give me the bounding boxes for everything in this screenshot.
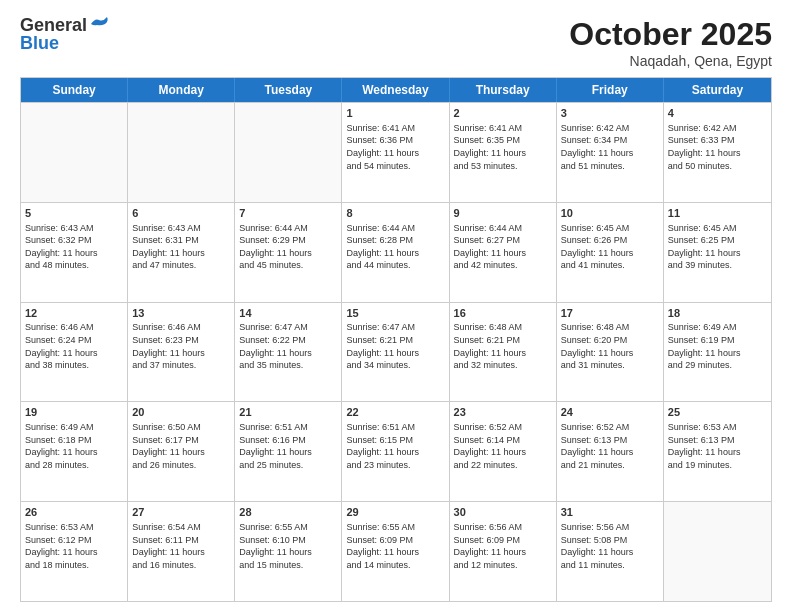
day-info: Sunrise: 6:42 AM Sunset: 6:33 PM Dayligh… — [668, 122, 767, 172]
day-info: Sunrise: 6:50 AM Sunset: 6:17 PM Dayligh… — [132, 421, 230, 471]
calendar-day-14[interactable]: 14Sunrise: 6:47 AM Sunset: 6:22 PM Dayli… — [235, 303, 342, 402]
day-number: 16 — [454, 306, 552, 321]
calendar-day-23[interactable]: 23Sunrise: 6:52 AM Sunset: 6:14 PM Dayli… — [450, 402, 557, 501]
calendar-empty-cell — [21, 103, 128, 202]
calendar-day-24[interactable]: 24Sunrise: 6:52 AM Sunset: 6:13 PM Dayli… — [557, 402, 664, 501]
day-number: 11 — [668, 206, 767, 221]
day-number: 25 — [668, 405, 767, 420]
day-number: 29 — [346, 505, 444, 520]
calendar-body: 1Sunrise: 6:41 AM Sunset: 6:36 PM Daylig… — [21, 102, 771, 601]
calendar-day-21[interactable]: 21Sunrise: 6:51 AM Sunset: 6:16 PM Dayli… — [235, 402, 342, 501]
calendar-day-31[interactable]: 31Sunrise: 5:56 AM Sunset: 5:08 PM Dayli… — [557, 502, 664, 601]
day-info: Sunrise: 6:44 AM Sunset: 6:29 PM Dayligh… — [239, 222, 337, 272]
weekday-header-tuesday: Tuesday — [235, 78, 342, 102]
calendar-day-29[interactable]: 29Sunrise: 6:55 AM Sunset: 6:09 PM Dayli… — [342, 502, 449, 601]
calendar-row-5: 26Sunrise: 6:53 AM Sunset: 6:12 PM Dayli… — [21, 501, 771, 601]
day-number: 10 — [561, 206, 659, 221]
day-number: 2 — [454, 106, 552, 121]
calendar-day-17[interactable]: 17Sunrise: 6:48 AM Sunset: 6:20 PM Dayli… — [557, 303, 664, 402]
day-number: 23 — [454, 405, 552, 420]
month-title: October 2025 — [569, 16, 772, 53]
day-info: Sunrise: 6:44 AM Sunset: 6:27 PM Dayligh… — [454, 222, 552, 272]
day-info: Sunrise: 6:49 AM Sunset: 6:19 PM Dayligh… — [668, 321, 767, 371]
calendar-day-26[interactable]: 26Sunrise: 6:53 AM Sunset: 6:12 PM Dayli… — [21, 502, 128, 601]
day-number: 19 — [25, 405, 123, 420]
day-info: Sunrise: 6:55 AM Sunset: 6:10 PM Dayligh… — [239, 521, 337, 571]
calendar-day-9[interactable]: 9Sunrise: 6:44 AM Sunset: 6:27 PM Daylig… — [450, 203, 557, 302]
day-info: Sunrise: 6:45 AM Sunset: 6:26 PM Dayligh… — [561, 222, 659, 272]
day-number: 27 — [132, 505, 230, 520]
day-info: Sunrise: 6:51 AM Sunset: 6:15 PM Dayligh… — [346, 421, 444, 471]
calendar-day-3[interactable]: 3Sunrise: 6:42 AM Sunset: 6:34 PM Daylig… — [557, 103, 664, 202]
calendar-row-1: 1Sunrise: 6:41 AM Sunset: 6:36 PM Daylig… — [21, 102, 771, 202]
location-subtitle: Naqadah, Qena, Egypt — [569, 53, 772, 69]
day-number: 22 — [346, 405, 444, 420]
day-number: 31 — [561, 505, 659, 520]
calendar-empty-cell — [235, 103, 342, 202]
calendar-day-10[interactable]: 10Sunrise: 6:45 AM Sunset: 6:26 PM Dayli… — [557, 203, 664, 302]
day-info: Sunrise: 6:48 AM Sunset: 6:21 PM Dayligh… — [454, 321, 552, 371]
calendar-row-2: 5Sunrise: 6:43 AM Sunset: 6:32 PM Daylig… — [21, 202, 771, 302]
weekday-header-friday: Friday — [557, 78, 664, 102]
header: General Blue October 2025 Naqadah, Qena,… — [20, 16, 772, 69]
day-info: Sunrise: 5:56 AM Sunset: 5:08 PM Dayligh… — [561, 521, 659, 571]
calendar-day-28[interactable]: 28Sunrise: 6:55 AM Sunset: 6:10 PM Dayli… — [235, 502, 342, 601]
calendar-day-2[interactable]: 2Sunrise: 6:41 AM Sunset: 6:35 PM Daylig… — [450, 103, 557, 202]
calendar: SundayMondayTuesdayWednesdayThursdayFrid… — [20, 77, 772, 602]
day-info: Sunrise: 6:45 AM Sunset: 6:25 PM Dayligh… — [668, 222, 767, 272]
page: General Blue October 2025 Naqadah, Qena,… — [0, 0, 792, 612]
calendar-day-5[interactable]: 5Sunrise: 6:43 AM Sunset: 6:32 PM Daylig… — [21, 203, 128, 302]
calendar-day-25[interactable]: 25Sunrise: 6:53 AM Sunset: 6:13 PM Dayli… — [664, 402, 771, 501]
day-info: Sunrise: 6:55 AM Sunset: 6:09 PM Dayligh… — [346, 521, 444, 571]
calendar-day-4[interactable]: 4Sunrise: 6:42 AM Sunset: 6:33 PM Daylig… — [664, 103, 771, 202]
day-info: Sunrise: 6:47 AM Sunset: 6:21 PM Dayligh… — [346, 321, 444, 371]
day-info: Sunrise: 6:43 AM Sunset: 6:31 PM Dayligh… — [132, 222, 230, 272]
day-number: 14 — [239, 306, 337, 321]
day-number: 4 — [668, 106, 767, 121]
weekday-header-wednesday: Wednesday — [342, 78, 449, 102]
day-number: 30 — [454, 505, 552, 520]
day-number: 18 — [668, 306, 767, 321]
calendar-day-20[interactable]: 20Sunrise: 6:50 AM Sunset: 6:17 PM Dayli… — [128, 402, 235, 501]
calendar-day-27[interactable]: 27Sunrise: 6:54 AM Sunset: 6:11 PM Dayli… — [128, 502, 235, 601]
day-info: Sunrise: 6:41 AM Sunset: 6:36 PM Dayligh… — [346, 122, 444, 172]
day-number: 12 — [25, 306, 123, 321]
calendar-empty-cell — [664, 502, 771, 601]
calendar-day-16[interactable]: 16Sunrise: 6:48 AM Sunset: 6:21 PM Dayli… — [450, 303, 557, 402]
calendar-day-1[interactable]: 1Sunrise: 6:41 AM Sunset: 6:36 PM Daylig… — [342, 103, 449, 202]
calendar-day-13[interactable]: 13Sunrise: 6:46 AM Sunset: 6:23 PM Dayli… — [128, 303, 235, 402]
calendar-day-7[interactable]: 7Sunrise: 6:44 AM Sunset: 6:29 PM Daylig… — [235, 203, 342, 302]
bird-icon — [89, 16, 111, 32]
day-number: 21 — [239, 405, 337, 420]
calendar-day-18[interactable]: 18Sunrise: 6:49 AM Sunset: 6:19 PM Dayli… — [664, 303, 771, 402]
calendar-day-8[interactable]: 8Sunrise: 6:44 AM Sunset: 6:28 PM Daylig… — [342, 203, 449, 302]
day-number: 15 — [346, 306, 444, 321]
day-number: 5 — [25, 206, 123, 221]
calendar-day-6[interactable]: 6Sunrise: 6:43 AM Sunset: 6:31 PM Daylig… — [128, 203, 235, 302]
weekday-header-thursday: Thursday — [450, 78, 557, 102]
calendar-day-19[interactable]: 19Sunrise: 6:49 AM Sunset: 6:18 PM Dayli… — [21, 402, 128, 501]
calendar-day-15[interactable]: 15Sunrise: 6:47 AM Sunset: 6:21 PM Dayli… — [342, 303, 449, 402]
logo-blue: Blue — [20, 34, 59, 54]
calendar-day-11[interactable]: 11Sunrise: 6:45 AM Sunset: 6:25 PM Dayli… — [664, 203, 771, 302]
day-info: Sunrise: 6:52 AM Sunset: 6:14 PM Dayligh… — [454, 421, 552, 471]
day-info: Sunrise: 6:41 AM Sunset: 6:35 PM Dayligh… — [454, 122, 552, 172]
calendar-row-3: 12Sunrise: 6:46 AM Sunset: 6:24 PM Dayli… — [21, 302, 771, 402]
day-info: Sunrise: 6:47 AM Sunset: 6:22 PM Dayligh… — [239, 321, 337, 371]
day-info: Sunrise: 6:44 AM Sunset: 6:28 PM Dayligh… — [346, 222, 444, 272]
weekday-header-monday: Monday — [128, 78, 235, 102]
calendar-empty-cell — [128, 103, 235, 202]
day-number: 7 — [239, 206, 337, 221]
calendar-header: SundayMondayTuesdayWednesdayThursdayFrid… — [21, 78, 771, 102]
day-info: Sunrise: 6:54 AM Sunset: 6:11 PM Dayligh… — [132, 521, 230, 571]
day-info: Sunrise: 6:56 AM Sunset: 6:09 PM Dayligh… — [454, 521, 552, 571]
calendar-row-4: 19Sunrise: 6:49 AM Sunset: 6:18 PM Dayli… — [21, 401, 771, 501]
calendar-day-30[interactable]: 30Sunrise: 6:56 AM Sunset: 6:09 PM Dayli… — [450, 502, 557, 601]
calendar-day-22[interactable]: 22Sunrise: 6:51 AM Sunset: 6:15 PM Dayli… — [342, 402, 449, 501]
logo: General Blue — [20, 16, 111, 54]
day-number: 3 — [561, 106, 659, 121]
calendar-day-12[interactable]: 12Sunrise: 6:46 AM Sunset: 6:24 PM Dayli… — [21, 303, 128, 402]
day-number: 24 — [561, 405, 659, 420]
day-number: 17 — [561, 306, 659, 321]
day-info: Sunrise: 6:48 AM Sunset: 6:20 PM Dayligh… — [561, 321, 659, 371]
